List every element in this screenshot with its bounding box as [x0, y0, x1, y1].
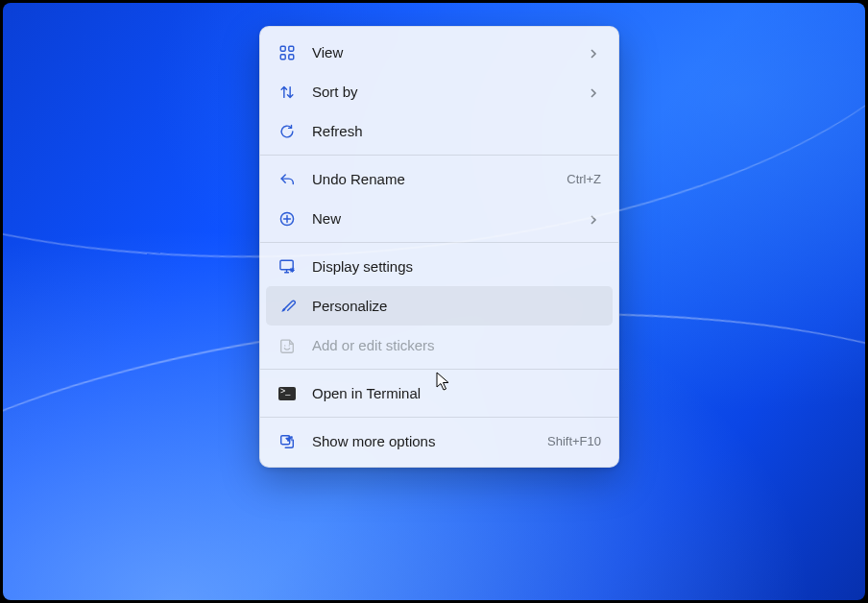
display-settings-icon — [277, 257, 297, 277]
menu-label: Open in Terminal — [312, 385, 601, 401]
svg-rect-3 — [289, 54, 294, 59]
menu-label: Show more options — [312, 433, 540, 449]
menu-item-undo-rename[interactable]: Undo Rename Ctrl+Z — [266, 159, 613, 199]
svg-rect-1 — [289, 46, 294, 51]
chevron-right-icon — [588, 46, 601, 60]
view-icon — [277, 43, 297, 62]
menu-label: View — [312, 44, 588, 60]
menu-separator — [260, 417, 618, 418]
menu-item-new[interactable]: New — [266, 199, 613, 238]
menu-separator — [260, 155, 618, 156]
menu-separator — [260, 242, 618, 243]
menu-item-open-terminal[interactable]: Open in Terminal — [266, 374, 613, 413]
menu-separator — [260, 369, 618, 370]
menu-label: Display settings — [312, 258, 601, 275]
menu-item-show-more-options[interactable]: Show more options Shift+F10 — [266, 422, 613, 461]
menu-item-refresh[interactable]: Refresh — [266, 111, 613, 151]
terminal-icon — [277, 384, 297, 403]
new-icon — [277, 209, 297, 229]
menu-item-view[interactable]: View — [266, 33, 613, 72]
undo-icon — [277, 170, 297, 189]
desktop-context-menu: View Sort by — [259, 26, 619, 468]
menu-item-display-settings[interactable]: Display settings — [266, 247, 613, 286]
menu-label: New — [312, 210, 588, 227]
refresh-icon — [277, 122, 297, 141]
stickers-icon — [277, 336, 297, 355]
menu-item-add-stickers: Add or edit stickers — [266, 326, 613, 365]
menu-shortcut: Ctrl+Z — [567, 172, 601, 186]
svg-rect-5 — [279, 260, 292, 270]
svg-point-7 — [284, 345, 285, 346]
menu-label: Refresh — [312, 123, 601, 139]
menu-label: Undo Rename — [312, 171, 559, 187]
chevron-right-icon — [588, 85, 601, 99]
svg-rect-2 — [280, 54, 285, 59]
menu-label: Personalize — [312, 298, 601, 314]
menu-item-sort-by[interactable]: Sort by — [266, 72, 613, 111]
show-more-icon — [277, 432, 297, 451]
menu-shortcut: Shift+F10 — [547, 434, 601, 448]
personalize-icon — [277, 297, 297, 316]
svg-point-8 — [289, 345, 290, 346]
svg-rect-0 — [280, 46, 285, 51]
sort-icon — [277, 83, 297, 102]
menu-label: Sort by — [312, 84, 588, 100]
menu-label: Add or edit stickers — [312, 337, 601, 353]
desktop-background[interactable]: View Sort by — [3, 3, 865, 600]
chevron-right-icon — [588, 212, 601, 226]
menu-item-personalize[interactable]: Personalize — [266, 286, 613, 326]
